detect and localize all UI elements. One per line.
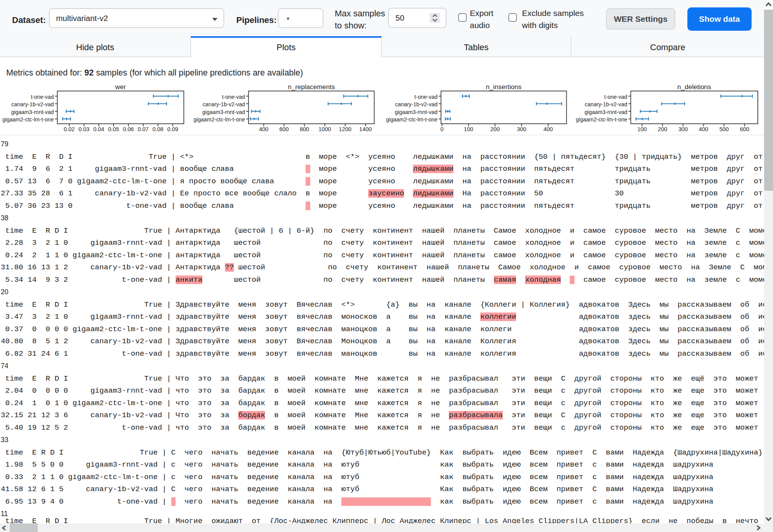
svg-text:1400: 1400 — [359, 126, 372, 132]
svg-text:300: 300 — [678, 126, 688, 132]
svg-text:canary-1b-v2-vad: canary-1b-v2-vad — [585, 101, 627, 107]
svg-text:0.07: 0.07 — [138, 126, 149, 132]
svg-text:800: 800 — [300, 126, 309, 132]
svg-text:gigaam2-ctc-lm-t-one: gigaam2-ctc-lm-t-one — [2, 116, 54, 123]
svg-text:gigaam3-rnnt-vad: gigaam3-rnnt-vad — [395, 109, 437, 115]
svg-text:1200: 1200 — [339, 126, 351, 132]
svg-text:0.06: 0.06 — [123, 126, 134, 132]
svg-text:gigaam3-rnnt-vad: gigaam3-rnnt-vad — [585, 109, 627, 115]
svg-text:400: 400 — [543, 126, 553, 132]
svg-text:400: 400 — [259, 126, 268, 132]
svg-text:0.05: 0.05 — [108, 126, 119, 132]
svg-text:1000: 1000 — [318, 126, 331, 132]
svg-text:0.09: 0.09 — [167, 126, 178, 132]
svg-text:600: 600 — [279, 126, 289, 132]
svg-text:0.02: 0.02 — [64, 126, 75, 132]
svg-text:200: 200 — [658, 126, 667, 132]
svg-text:n_replacements: n_replacements — [288, 83, 335, 91]
svg-text:canary-1b-v2-vad: canary-1b-v2-vad — [395, 101, 437, 107]
svg-text:gigaam3-rnnt-vad: gigaam3-rnnt-vad — [11, 109, 54, 115]
svg-text:t-one-vad: t-one-vad — [31, 94, 54, 100]
svg-text:gigaam2-ctc-lm-t-one: gigaam2-ctc-lm-t-one — [576, 116, 627, 123]
svg-text:0: 0 — [440, 126, 443, 132]
svg-text:t-one-vad: t-one-vad — [222, 94, 245, 100]
svg-text:canary-1b-v2-vad: canary-1b-v2-vad — [203, 101, 245, 107]
svg-text:gigaam2-ctc-lm-t-one: gigaam2-ctc-lm-t-one — [386, 116, 437, 123]
svg-text:500: 500 — [719, 126, 729, 132]
svg-text:200: 200 — [490, 126, 500, 132]
svg-text:0.04: 0.04 — [93, 126, 104, 132]
svg-text:n_insertions: n_insertions — [486, 83, 522, 91]
svg-text:gigaam3-rnnt-vad: gigaam3-rnnt-vad — [202, 109, 245, 115]
svg-text:0.08: 0.08 — [153, 126, 163, 132]
svg-text:canary-1b-v2-vad: canary-1b-v2-vad — [11, 101, 54, 107]
svg-text:100: 100 — [637, 126, 647, 132]
svg-text:400: 400 — [699, 126, 708, 132]
svg-text:wer: wer — [115, 83, 126, 91]
svg-text:n_deletions: n_deletions — [677, 83, 711, 91]
svg-text:0.03: 0.03 — [79, 126, 90, 132]
svg-text:gigaam2-ctc-lm-t-one: gigaam2-ctc-lm-t-one — [193, 116, 245, 123]
svg-text:300: 300 — [517, 126, 526, 132]
svg-text:t-one-vad: t-one-vad — [604, 94, 627, 100]
svg-text:t-one-vad: t-one-vad — [415, 94, 437, 100]
svg-text:600: 600 — [740, 126, 749, 132]
svg-text:100: 100 — [464, 126, 473, 132]
